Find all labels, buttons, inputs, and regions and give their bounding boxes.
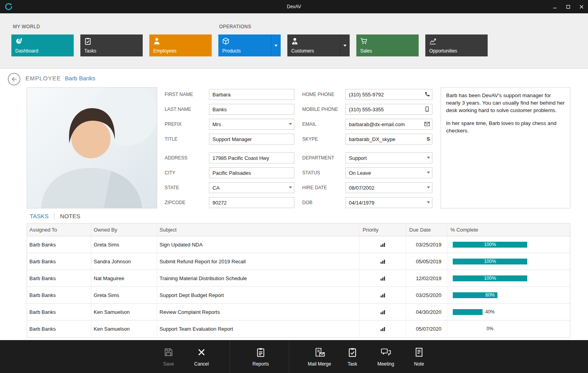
state-input[interactable]: [209, 182, 294, 193]
first-name-input[interactable]: [209, 89, 294, 100]
task-row[interactable]: Barb Banks Greta Sims Support Dept Budge…: [27, 287, 570, 304]
cancel-button[interactable]: Cancel: [183, 346, 220, 367]
state-dropdown-button[interactable]: [289, 182, 292, 192]
col-due-date[interactable]: Due Date: [406, 224, 447, 236]
cell-owned-by: Nat Maguiree: [91, 270, 157, 286]
skype-input[interactable]: [345, 134, 432, 145]
prefix-input[interactable]: [209, 119, 294, 130]
tab-tasks[interactable]: TASKS: [30, 213, 49, 219]
skype-field: S: [345, 134, 432, 145]
tile-products[interactable]: Products: [218, 34, 281, 56]
cell-priority: [359, 253, 406, 270]
email-field: [345, 119, 432, 130]
mobile-phone-input[interactable]: [345, 104, 432, 115]
progress-bar: 100%: [453, 242, 527, 248]
progress-bar: 0%: [453, 326, 527, 332]
prefix-dropdown-button[interactable]: [289, 119, 292, 129]
mobile-phone-field: [345, 104, 432, 115]
cell-priority: [359, 304, 406, 320]
status-input[interactable]: [345, 167, 432, 178]
hire-date-dropdown-button[interactable]: [427, 182, 430, 192]
task-row[interactable]: Barb Banks Greta Sims Sign Updated NDA 0…: [27, 236, 570, 253]
progress-bar: 100%: [453, 259, 527, 264]
status-field: [345, 167, 432, 178]
reports-button[interactable]: Reports: [243, 346, 279, 367]
col-owned-by[interactable]: Owned By: [91, 224, 157, 236]
priority-icon: [380, 309, 386, 315]
tab-notes[interactable]: NOTES: [60, 213, 80, 219]
priority-icon: [380, 259, 386, 264]
mobile-phone-label: MOBILE PHONE: [302, 104, 338, 115]
city-input[interactable]: [209, 167, 294, 178]
cell-owned-by: Greta Sims: [91, 236, 157, 253]
employee-photo[interactable]: [27, 87, 157, 208]
button-label: Meeting: [368, 361, 404, 367]
breadcrumb: EMPLOYEE Barb Banks: [25, 75, 95, 81]
email-input[interactable]: [345, 119, 432, 130]
note-button[interactable]: Note: [401, 346, 437, 367]
cell-owned-by: Ken Samuelson: [91, 304, 157, 320]
priority-icon: [380, 292, 386, 298]
address-label: ADDRESS: [165, 152, 187, 163]
task-row[interactable]: Barb Banks Sandra Johnson Submit Refund …: [27, 253, 570, 270]
toolbar-separator: [230, 340, 230, 373]
tile-sales[interactable]: Sales: [356, 34, 419, 56]
tile-opportunities[interactable]: Opportunities: [425, 34, 488, 56]
back-button[interactable]: [8, 73, 20, 85]
customers-icon: [291, 37, 299, 45]
chevron-down-icon: [427, 157, 430, 159]
progress-bar: 100%: [453, 275, 527, 281]
group-label-operations: OPERATIONS: [219, 24, 251, 29]
close-button[interactable]: [575, 0, 588, 13]
progress-label: 100%: [453, 242, 527, 248]
task-row[interactable]: Barb Banks Nat Maguiree Training Materia…: [27, 270, 570, 287]
col-assigned-to[interactable]: Assigned To: [27, 224, 91, 236]
tile-employees[interactable]: Employees: [149, 34, 212, 56]
department-input[interactable]: [345, 152, 432, 163]
last-name-input[interactable]: [209, 104, 294, 115]
task-button[interactable]: Task: [334, 346, 370, 367]
progress-label: 100%: [453, 259, 527, 264]
cell-due-date: 05/07/2020: [406, 320, 447, 337]
col-priority[interactable]: Priority: [359, 224, 406, 236]
status-dropdown-button[interactable]: [427, 167, 430, 177]
tile-tasks[interactable]: Tasks: [80, 34, 143, 56]
department-label: DEPARTMENT: [302, 152, 334, 163]
toolbar-separator: [289, 340, 289, 373]
mail-merge-button[interactable]: Mail Merge: [301, 346, 338, 367]
minimize-button[interactable]: [548, 0, 561, 13]
dob-input[interactable]: [345, 197, 432, 208]
priority-icon: [380, 326, 386, 332]
zipcode-input[interactable]: [209, 197, 294, 208]
email-label: EMAIL: [302, 119, 316, 130]
maximize-button[interactable]: [561, 0, 575, 13]
city-label: CITY: [165, 167, 175, 178]
cell-subject: Review Complaint Reports: [157, 304, 359, 320]
department-dropdown-button[interactable]: [427, 152, 430, 163]
title-input[interactable]: [209, 134, 294, 145]
task-row[interactable]: Barb Banks Ken Samuelson Support Team Ev…: [27, 320, 570, 337]
cell-due-date: 03/25/2019: [406, 236, 447, 253]
app-logo-icon: [5, 3, 13, 11]
cell-assigned-to: Barb Banks: [27, 320, 91, 337]
dob-dropdown-button[interactable]: [427, 197, 430, 207]
hire-date-input[interactable]: [345, 182, 432, 193]
ribbon: MY WORLD OPERATIONS Dashboard Tasks Empl…: [0, 13, 588, 69]
tile-customers[interactable]: Customers: [287, 34, 350, 56]
save-button[interactable]: Save: [151, 346, 187, 367]
priority-icon: [380, 275, 386, 281]
cancel-icon: [183, 346, 220, 358]
task-row[interactable]: Barb Banks Ken Samuelson Review Complain…: [27, 304, 570, 320]
customers-dropdown-button[interactable]: [340, 34, 350, 56]
address-input[interactable]: [209, 152, 294, 163]
col-subject[interactable]: Subject: [157, 224, 359, 236]
home-phone-input[interactable]: [345, 89, 432, 100]
meeting-button[interactable]: Meeting: [368, 346, 404, 367]
cell-priority: [359, 287, 406, 303]
state-field: [209, 182, 294, 193]
col-percent-complete[interactable]: % Complete: [447, 224, 570, 236]
products-dropdown-button[interactable]: [271, 34, 281, 56]
bio-panel[interactable]: Barb has been DevAV's support manager fo…: [441, 87, 570, 208]
progress-label: 100%: [453, 275, 527, 281]
tile-dashboard[interactable]: Dashboard: [11, 34, 74, 56]
